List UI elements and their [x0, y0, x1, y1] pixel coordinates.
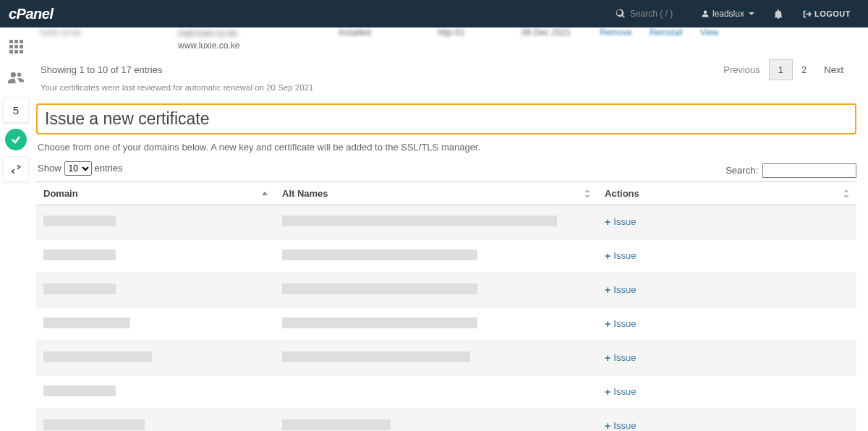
- issue-button[interactable]: +Issue: [605, 386, 636, 398]
- redacted-alt: [282, 249, 477, 260]
- redacted-alt: [282, 317, 477, 328]
- redacted-domain: [43, 351, 152, 362]
- redacted-alt: [282, 351, 470, 362]
- issue-button[interactable]: +Issue: [605, 318, 636, 330]
- cert-reinstall-link[interactable]: Reinstall: [650, 27, 683, 38]
- pagination: Previous 1 2 Next: [715, 59, 852, 80]
- plus-icon: +: [605, 250, 610, 262]
- show-entries-control: Show 10 entries: [36, 160, 127, 182]
- plus-icon: +: [605, 420, 610, 431]
- cert-remove-link[interactable]: Remove: [600, 27, 632, 38]
- table-row: +Issue: [36, 205, 856, 239]
- search-input[interactable]: [762, 163, 856, 178]
- col-alt-names[interactable]: Alt Names: [275, 182, 597, 205]
- section-title-issue-cert: Issue a new certificate: [36, 103, 856, 135]
- pagination-page-1[interactable]: 1: [769, 59, 793, 80]
- issue-button[interactable]: +Issue: [605, 352, 636, 364]
- cert-altnames: mail.luxie.co.ke www.luxie.co.ke: [178, 27, 339, 52]
- table-row: +Issue: [36, 341, 856, 375]
- cert-status: Installed: [339, 27, 438, 38]
- review-note: Your certificates were last reviewed for…: [36, 82, 856, 99]
- sidebar-users[interactable]: [3, 65, 29, 91]
- plus-icon: +: [605, 284, 610, 296]
- grid-icon: [9, 40, 23, 54]
- pagination-next[interactable]: Next: [815, 60, 852, 80]
- section-desc: Choose from one of your domains below. A…: [36, 139, 856, 160]
- redacted-alt: [282, 419, 391, 430]
- plus-icon: +: [605, 216, 610, 228]
- issue-table: Domain Alt Names Actions +Issue +Issue +…: [36, 182, 856, 431]
- cert-method: http-01: [438, 27, 522, 38]
- redacted-domain: [43, 249, 116, 260]
- table-row: +Issue: [36, 409, 856, 431]
- table-row: +Issue: [36, 273, 856, 307]
- showing-entries-text: Showing 1 to 10 of 17 entries: [41, 64, 715, 75]
- sidebar-status-ok[interactable]: [5, 129, 27, 150]
- col-actions[interactable]: Actions: [597, 182, 856, 205]
- entries-select[interactable]: 10: [64, 161, 92, 176]
- redacted-domain: [43, 385, 116, 396]
- users-icon: [8, 71, 24, 86]
- certificate-row: luxie.co.ke mail.luxie.co.ke www.luxie.c…: [36, 27, 856, 52]
- search-icon: [616, 9, 626, 19]
- cert-expires: 06 Dec 2021: [522, 27, 600, 38]
- issue-button[interactable]: +Issue: [605, 216, 636, 228]
- redacted-domain: [43, 283, 116, 294]
- issue-button[interactable]: +Issue: [605, 250, 636, 262]
- issue-button[interactable]: +Issue: [605, 284, 636, 296]
- sidebar-swap[interactable]: [3, 156, 29, 182]
- table-row: +Issue: [36, 375, 856, 409]
- redacted-alt: [282, 216, 557, 226]
- logout-icon: [802, 9, 812, 19]
- logout-label: LOGOUT: [814, 9, 851, 18]
- cpanel-logo[interactable]: cPanel: [9, 6, 53, 22]
- col-domain[interactable]: Domain: [36, 182, 275, 205]
- sidebar-badge-count[interactable]: 5: [3, 97, 29, 123]
- cert-view-link[interactable]: View: [700, 27, 719, 38]
- plus-icon: +: [605, 352, 610, 364]
- user-menu[interactable]: leadslux: [692, 0, 763, 27]
- caret-down-icon: [749, 12, 754, 15]
- show-label: Show: [38, 163, 61, 174]
- username: leadslux: [712, 9, 744, 19]
- redacted-domain: [43, 317, 130, 328]
- user-icon: [701, 9, 710, 18]
- bell-icon: [773, 9, 783, 19]
- issue-button[interactable]: +Issue: [605, 420, 636, 431]
- swap-icon: [10, 165, 22, 174]
- plus-icon: +: [605, 386, 610, 398]
- search-label: Search:: [726, 165, 758, 176]
- redacted-domain: [43, 419, 145, 430]
- header-search[interactable]: [616, 6, 684, 22]
- table-row: +Issue: [36, 239, 856, 273]
- table-row: +Issue: [36, 307, 856, 341]
- plus-icon: +: [605, 318, 610, 330]
- entries-label: entries: [95, 163, 123, 174]
- cert-domain: luxie.co.ke: [41, 27, 178, 38]
- pagination-page-2[interactable]: 2: [793, 60, 815, 80]
- redacted-domain: [43, 216, 116, 226]
- logout-button[interactable]: LOGOUT: [793, 0, 859, 27]
- redacted-alt: [282, 283, 477, 294]
- pagination-previous: Previous: [715, 60, 769, 80]
- notifications-button[interactable]: [763, 0, 793, 27]
- sidebar-apps[interactable]: [3, 33, 29, 59]
- check-icon: [10, 134, 22, 145]
- header-search-input[interactable]: [626, 6, 684, 22]
